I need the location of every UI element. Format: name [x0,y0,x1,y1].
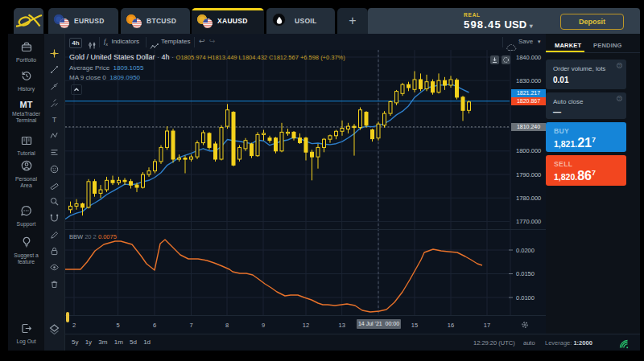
svg-text:16: 16 [448,322,454,329]
svg-text:9: 9 [262,322,265,329]
svg-text:0.0200: 0.0200 [516,247,535,254]
svg-text:1830.000: 1830.000 [516,77,541,84]
svg-text:1800.000: 1800.000 [516,147,541,154]
svg-text:0.0150: 0.0150 [516,270,535,277]
svg-text:1840.000: 1840.000 [516,54,541,61]
svg-text:5: 5 [116,322,119,329]
svg-text:1770.000: 1770.000 [516,218,541,225]
svg-text:15: 15 [411,322,418,329]
svg-text:17: 17 [484,322,490,329]
svg-text:1780.000: 1780.000 [516,195,541,202]
svg-text:13: 13 [339,322,345,329]
svg-text:2: 2 [72,322,76,329]
svg-text:8: 8 [225,322,229,329]
svg-text:T: T [52,116,57,124]
svg-text:0.0100: 0.0100 [516,294,535,302]
svg-text:12: 12 [303,322,309,329]
svg-text:1790.000: 1790.000 [516,171,541,178]
svg-text:7: 7 [189,322,192,329]
svg-text:6: 6 [153,322,156,329]
